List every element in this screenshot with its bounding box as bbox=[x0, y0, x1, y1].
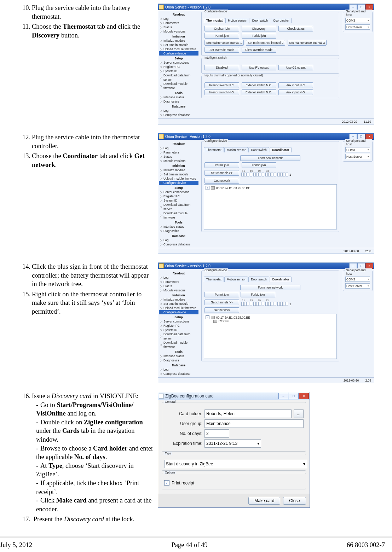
sidebar-item-compress-db[interactable]: ▷Compress database bbox=[159, 113, 198, 117]
tab-thermostat[interactable]: Thermostat bbox=[204, 147, 224, 152]
set-mi2-button[interactable]: Set maintenance interval 2 bbox=[246, 40, 285, 46]
permit-join-button[interactable]: Permit join bbox=[204, 33, 239, 39]
maximize-button[interactable]: □ bbox=[357, 134, 365, 139]
clear-override-button[interactable]: Clear override mode bbox=[242, 47, 276, 53]
interior-no-button[interactable]: Interior switch N.O. bbox=[204, 89, 239, 95]
permit-join-button[interactable]: Permit join bbox=[204, 162, 239, 168]
sidebar-item-dl-fw[interactable]: ▷Download module firmware bbox=[159, 82, 198, 90]
titlebar[interactable]: Orion Service - Version 1.2.0 –□× bbox=[158, 133, 374, 140]
chevron-down-icon: ▾ bbox=[368, 26, 369, 29]
aux-no-button[interactable]: Aux input N.O. bbox=[278, 89, 313, 95]
footer-date: July 5, 2012 bbox=[0, 541, 32, 549]
sidebar-item-upload-fw[interactable]: ▷Upload module firmware bbox=[159, 47, 198, 51]
use-g2-button[interactable]: Use G2 output bbox=[278, 65, 313, 70]
sidebar-item-system-id[interactable]: ▷System ID bbox=[159, 69, 198, 73]
tab-coordinator[interactable]: Coordinator bbox=[270, 147, 292, 152]
zigbee-dialog: ZigBee configuration card –□× General Ca… bbox=[158, 392, 310, 508]
status-time: 11:19 bbox=[364, 120, 371, 123]
tab-motion-sensor[interactable]: Motion sensor bbox=[224, 147, 248, 152]
browse-card-holder-button[interactable]: ... bbox=[294, 409, 304, 418]
sidebar-item-diagnostics[interactable]: ▷Diagnostics bbox=[159, 99, 198, 104]
sidebar-item-server-conn[interactable]: ▷Server connections bbox=[159, 60, 198, 65]
check-status-button[interactable]: Check status bbox=[278, 26, 313, 31]
close-dialog-button[interactable]: Close bbox=[283, 497, 306, 505]
forbid-join-button[interactable]: Forbid join bbox=[242, 33, 276, 39]
sidebar-item-configure-device[interactable]: ▷Configure device bbox=[159, 51, 198, 56]
status-bar: 2012-03-29 11:19 bbox=[158, 118, 374, 124]
network-tree[interactable]: +00.17.2A.B1.03.25.00.BE bbox=[204, 184, 337, 229]
print-receipt-checkbox[interactable]: ✓ Print receipt bbox=[164, 480, 304, 486]
host-select[interactable]: Host Server▾ bbox=[345, 154, 370, 159]
set-override-button[interactable]: Set override mode bbox=[204, 47, 239, 53]
orion-window-1: Orion Service - Version 1.2.0 – □ × Read… bbox=[158, 4, 374, 124]
sidebar-item-register-pc[interactable]: ▷Register PC bbox=[159, 65, 198, 69]
no-of-days-input[interactable] bbox=[204, 429, 229, 438]
step-12: Plug the service cable into the thermost… bbox=[32, 133, 154, 150]
orphan-join-button[interactable]: Orphan join bbox=[204, 26, 239, 31]
plus-icon[interactable]: + bbox=[206, 186, 209, 190]
minimize-button[interactable]: – bbox=[349, 4, 357, 10]
maximize-button[interactable]: □ bbox=[289, 393, 299, 399]
step-15: Right click on the thermostat controller… bbox=[32, 290, 154, 316]
sidebar-item-dl-data[interactable]: ▷Download data from server bbox=[159, 73, 198, 82]
com-port-select[interactable]: COM3▾ bbox=[345, 18, 370, 23]
form-new-network-button[interactable]: Form new network bbox=[240, 155, 300, 161]
tab-coordinator[interactable]: Coordinator bbox=[271, 18, 291, 23]
chevron-down-icon: ▾ bbox=[303, 461, 305, 466]
sidebar-item-parameters[interactable]: ▷Parameters bbox=[159, 21, 198, 25]
sidebar-item-if-status[interactable]: ▷Interface status bbox=[159, 95, 198, 99]
make-card-button[interactable]: Make card bbox=[248, 497, 280, 505]
tab-thermostat[interactable]: Thermostat bbox=[204, 18, 225, 23]
titlebar[interactable]: Orion Service - Version 1.2.0 –□× bbox=[158, 263, 374, 269]
channel-slots[interactable] bbox=[241, 173, 252, 176]
titlebar[interactable]: ZigBee configuration card –□× bbox=[158, 392, 310, 400]
status-date: 2012-03-29 bbox=[342, 120, 357, 123]
set-mi1-button[interactable]: Set maintenance interval 1 bbox=[204, 40, 244, 46]
minus-icon[interactable]: – bbox=[206, 315, 209, 319]
sidebar-item-status[interactable]: ▷Status bbox=[159, 25, 198, 29]
discovery-button[interactable]: Discovery bbox=[242, 26, 276, 31]
sidebar-item-module-versions[interactable]: ▷Module versions bbox=[159, 29, 198, 34]
sidebar-head-database: Database bbox=[159, 105, 198, 108]
tab-door-switch[interactable]: Door switch bbox=[250, 18, 270, 23]
tree-node-child[interactable]: 0x3CF6 bbox=[219, 319, 229, 323]
tab-door-switch[interactable]: Door switch bbox=[248, 147, 269, 152]
aux-nc-button[interactable]: Aux input N.C. bbox=[278, 82, 313, 88]
chevron-down-icon: ▾ bbox=[368, 19, 369, 22]
group-configure-device: Configure device Thermostat Motion senso… bbox=[201, 12, 339, 56]
footer-doc-number: 66 8003 002-7 bbox=[347, 541, 385, 549]
card-holder-input[interactable] bbox=[204, 409, 292, 418]
set-channels-button[interactable]: Set channels >> bbox=[204, 170, 239, 176]
com-port-select[interactable]: COM3▾ bbox=[345, 147, 370, 152]
close-button[interactable]: × bbox=[365, 4, 373, 10]
close-button[interactable]: × bbox=[299, 393, 309, 399]
get-network-button[interactable]: Get network bbox=[204, 178, 239, 184]
sidebar-item-log[interactable]: ▷Log bbox=[159, 17, 198, 21]
group-legend: Type bbox=[164, 452, 172, 455]
form-new-network-button[interactable]: Form new network bbox=[240, 285, 300, 290]
device-icon bbox=[211, 316, 215, 319]
exterior-nc-button[interactable]: Exterior switch N.C. bbox=[242, 82, 276, 88]
expiration-time-select[interactable]: 2011-12-21 9:13▾ bbox=[204, 439, 261, 448]
tree-node-mac[interactable]: 00.17.2A.B1.03.25.00.BE bbox=[216, 186, 250, 190]
serial-port-panel: Serial port and host COM3▾ Host Server▾ bbox=[341, 10, 374, 118]
minimize-button[interactable]: – bbox=[349, 134, 357, 139]
maximize-button[interactable]: □ bbox=[357, 4, 365, 10]
tab-motion-sensor[interactable]: Motion sensor bbox=[225, 18, 249, 23]
sidebar-item-set-time[interactable]: ▷Set time in module bbox=[159, 43, 198, 47]
interior-nc-button[interactable]: Interior switch N.C. bbox=[204, 82, 239, 88]
set-mi3-button[interactable]: Set maintenance interval 3 bbox=[288, 40, 327, 46]
exterior-no-button[interactable]: Exterior switch N.O. bbox=[242, 89, 276, 95]
host-select[interactable]: Host Server▾ bbox=[345, 24, 370, 30]
forbid-join-button[interactable]: Forbid join bbox=[242, 162, 276, 168]
type-select[interactable]: Start discovery in ZigBee▾ bbox=[164, 460, 307, 468]
sidebar-item-initialize[interactable]: ▷Initialize module bbox=[159, 39, 198, 43]
network-tree[interactable]: –00.17.2A.B1.03.25.00.BE 0x3CF6 bbox=[204, 314, 337, 359]
user-group-input[interactable] bbox=[204, 419, 304, 428]
close-button[interactable]: × bbox=[365, 134, 373, 139]
disabled-button[interactable]: Disabled bbox=[204, 65, 239, 70]
sidebar-item-db-log[interactable]: ▷Log bbox=[159, 109, 198, 113]
titlebar[interactable]: Orion Service - Version 1.2.0 – □ × bbox=[158, 4, 374, 10]
use-rv-button[interactable]: Use RV output bbox=[242, 65, 276, 70]
minimize-button[interactable]: – bbox=[278, 393, 288, 399]
